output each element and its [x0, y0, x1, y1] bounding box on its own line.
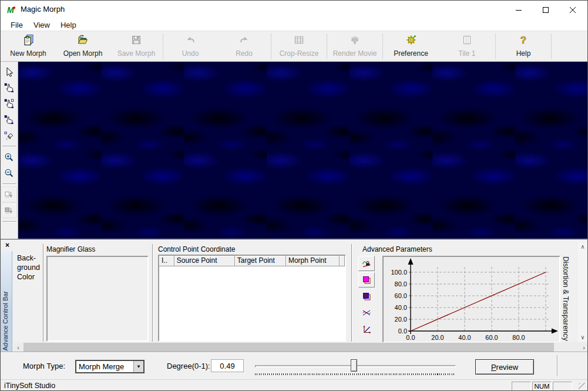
redo-icon	[238, 34, 250, 48]
apply-image-2-tool[interactable]	[2, 203, 17, 218]
preview-button[interactable]: Preview	[475, 359, 534, 375]
crop-resize-button[interactable]: Crop-Resize	[271, 32, 327, 59]
degree-value-field[interactable]: 0.49	[211, 359, 244, 372]
morph-canvas[interactable]	[18, 62, 587, 239]
toolbar-label: Preference	[394, 49, 428, 58]
menu-help[interactable]: Help	[55, 19, 82, 31]
chevron-down-icon[interactable]: ▼	[133, 361, 143, 372]
delete-point-tool[interactable]	[2, 128, 17, 143]
horizontal-scroll-thumb[interactable]	[23, 343, 554, 352]
toolbar-label: Undo	[182, 49, 199, 58]
panel-vertical-scrollbar[interactable]: ∧ ∨	[578, 242, 587, 342]
control-point-table-header: I.. Source Point Target Point Morph Poin…	[159, 256, 345, 266]
svg-text:0.0: 0.0	[406, 334, 415, 341]
menu-file[interactable]: File	[5, 19, 28, 31]
panel-close-icon[interactable]: ×	[3, 241, 12, 250]
add-point-tool[interactable]	[2, 80, 17, 95]
column-header-morph[interactable]: Morph Point	[286, 256, 340, 266]
degree-slider-ticks	[255, 373, 456, 375]
app-logo-icon: M .	[6, 5, 17, 15]
menu-bar: File View Help	[1, 19, 587, 31]
zoom-in-tool[interactable]	[2, 149, 17, 165]
status-cell-caps	[512, 382, 531, 391]
tile-icon	[461, 34, 473, 48]
scroll-down-icon[interactable]: ∨	[578, 332, 587, 342]
palette-separator	[2, 146, 16, 147]
resize-grip[interactable]	[579, 383, 587, 391]
open-morph-button[interactable]: Open Morph	[56, 32, 110, 59]
axis-curve-tool[interactable]	[358, 322, 375, 337]
column-header-target[interactable]: Target Point	[235, 256, 286, 266]
help-icon: ?	[518, 34, 529, 48]
svg-text:80.0: 80.0	[395, 280, 407, 288]
maximize-button[interactable]	[532, 1, 559, 19]
solid-fill-tool[interactable]	[358, 272, 375, 288]
scroll-up-icon[interactable]: ∧	[578, 242, 587, 251]
magnifier-glass-view	[46, 256, 149, 342]
svg-text:20.0: 20.0	[395, 316, 407, 323]
degree-label: Degree(0-1):	[167, 362, 210, 370]
distortion-transparency-label: Distortion & Transparency	[562, 256, 570, 342]
move-point-tool[interactable]	[2, 112, 17, 127]
scroll-left-icon[interactable]: ‹	[14, 342, 23, 352]
svg-text:40.0: 40.0	[458, 334, 471, 341]
morph-curve-tool[interactable]	[358, 305, 375, 320]
open-morph-icon	[77, 34, 89, 48]
add-point-pair-tool[interactable]	[2, 96, 17, 111]
pattern-fill-tool[interactable]	[358, 289, 375, 304]
advance-control-bar-label: Advance Control Bar	[2, 291, 9, 351]
new-morph-icon	[22, 34, 34, 48]
degree-slider-thumb[interactable]	[351, 359, 357, 372]
status-bar: iTinySoft Studio NUM	[1, 379, 587, 391]
morph-type-dropdown[interactable]: Morph Merge ▼	[75, 360, 145, 373]
column-header-index[interactable]: I..	[159, 256, 174, 266]
svg-text:100.0: 100.0	[391, 269, 407, 276]
status-cell-num: NUM	[532, 382, 552, 391]
advanced-parameters-title: Advanced Parameters	[362, 245, 432, 253]
palette-separator	[2, 183, 16, 185]
panel-horizontal-scrollbar[interactable]: ‹ ›	[14, 342, 588, 352]
minimize-button[interactable]	[505, 1, 532, 19]
toolbar-label: Render Movie	[333, 49, 377, 58]
main-area	[1, 62, 587, 239]
svg-text:60.0: 60.0	[395, 292, 407, 299]
zoom-out-tool[interactable]	[2, 165, 17, 181]
preference-button[interactable]: Preference	[383, 32, 439, 59]
panel-separator	[152, 244, 153, 342]
column-header-source[interactable]: Source Point	[174, 256, 235, 266]
render-movie-icon	[349, 34, 361, 48]
undo-button[interactable]: Undo	[163, 32, 217, 59]
scroll-right-icon[interactable]: ›	[579, 342, 588, 352]
advance-control-panel: × Advance Control Bar Back- ground Color…	[1, 239, 587, 352]
toolbar-label: Help	[516, 49, 531, 58]
new-morph-button[interactable]: New Morph	[1, 32, 56, 59]
svg-text:?: ?	[520, 35, 526, 46]
redo-button[interactable]: Redo	[217, 32, 271, 59]
lock-curve-tool[interactable]	[358, 256, 375, 271]
window-title: Magic Morph	[21, 5, 65, 14]
undo-icon	[184, 34, 196, 48]
select-tool[interactable]	[2, 64, 17, 79]
tile-1-button[interactable]: Tile 1	[439, 32, 495, 59]
title-bar: M . Magic Morph	[1, 1, 587, 19]
toolbar-label: Tile 1	[459, 49, 476, 58]
panel-separator	[351, 244, 352, 342]
status-message: iTinySoft Studio	[4, 382, 55, 390]
apply-image-1-tool[interactable]	[2, 187, 17, 202]
advanced-parameters-toolbar	[357, 256, 377, 355]
advance-control-bar-strip: Advance Control Bar	[1, 251, 12, 353]
column-header-filler	[340, 256, 345, 266]
render-movie-button[interactable]: Render Movie	[327, 32, 382, 59]
status-cell-scrl	[553, 382, 572, 391]
control-point-table[interactable]: I.. Source Point Target Point Morph Poin…	[158, 255, 346, 342]
toolbar-separator	[551, 34, 552, 59]
help-button[interactable]: ? Help	[496, 32, 551, 59]
parameter-curve-chart[interactable]: 0.020.040.060.080.00.020.040.060.080.010…	[382, 256, 560, 343]
crop-resize-icon	[293, 34, 305, 48]
save-morph-button[interactable]: Save Morph	[110, 32, 163, 59]
degree-slider[interactable]	[255, 356, 456, 377]
toolbar-label: Save Morph	[117, 49, 156, 58]
controls-separator	[557, 355, 558, 376]
menu-view[interactable]: View	[28, 19, 55, 31]
close-button[interactable]	[559, 1, 586, 19]
